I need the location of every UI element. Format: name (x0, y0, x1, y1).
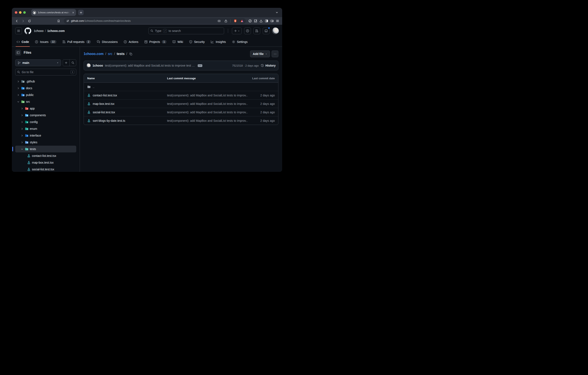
row-commit-message[interactable]: test(component): add MapBox and SocialLi… (167, 119, 248, 122)
site-settings-icon[interactable] (66, 20, 69, 22)
repo-nav-tab-pull-requests[interactable]: Pull requests 2 (59, 37, 94, 46)
branch-selector[interactable]: main (15, 59, 61, 66)
tree-item-interface[interactable]: interface (15, 132, 76, 139)
url-text[interactable]: github.com/1chooo/1chooo.com/tree/main/s… (71, 20, 215, 22)
owner-link[interactable]: 1chooo (34, 29, 43, 33)
table-row-map-box-test-tsx[interactable]: map-box.test.tsx test(component): add Ma… (84, 99, 278, 108)
tree-chevron-icon[interactable] (20, 127, 24, 130)
more-options-button[interactable] (272, 51, 278, 57)
your-issues-button[interactable] (244, 27, 251, 34)
repo-nav-tab-discussions[interactable]: Discussions (94, 37, 121, 46)
minimize-window-button[interactable] (19, 11, 21, 14)
tree-chevron-icon[interactable] (16, 80, 20, 83)
tree-item-styles[interactable]: styles (15, 139, 76, 146)
table-row-sort-blogs-by-date-test-ts[interactable]: sort-blogs-by-date.test.ts test(componen… (84, 116, 278, 125)
history-link[interactable]: History (261, 64, 276, 67)
add-file-tree-button[interactable] (63, 60, 70, 66)
reload-button[interactable] (27, 18, 32, 24)
tree-item-config[interactable]: config (15, 119, 76, 125)
tree-item-enum[interactable]: enum (15, 125, 76, 132)
close-tab-icon[interactable] (72, 11, 74, 14)
brave-shields-icon[interactable] (233, 18, 238, 23)
close-window-button[interactable] (15, 11, 17, 14)
repo-nav-tab-insights[interactable]: Insights (208, 37, 229, 46)
tree-chevron-icon[interactable] (20, 141, 24, 144)
tree-item--github[interactable]: .github (15, 78, 76, 85)
tree-chevron-icon[interactable] (20, 134, 24, 137)
row-commit-message[interactable]: test(component): add MapBox and SocialLi… (167, 94, 248, 97)
tree-chevron-icon[interactable] (16, 94, 20, 96)
tree-chevron-icon[interactable] (16, 87, 20, 90)
forward-button[interactable] (20, 18, 26, 24)
your-pull-requests-button[interactable] (253, 27, 260, 34)
inbox-button[interactable] (263, 27, 270, 34)
tree-item-docs[interactable]: docs (15, 85, 76, 91)
tree-item-src[interactable]: src (15, 98, 76, 105)
extension-check-icon[interactable] (248, 19, 252, 23)
breadcrumb-repo-link[interactable]: 1chooo.com (84, 52, 104, 56)
file-link[interactable]: sort-blogs-by-date.test.ts (93, 119, 125, 122)
repo-link[interactable]: 1chooo.com (47, 29, 65, 33)
tree-chevron-icon[interactable] (20, 121, 24, 123)
tree-item-public[interactable]: public (15, 91, 76, 98)
parent-directory-link[interactable]: .. (93, 85, 94, 88)
commit-message[interactable]: test(component): add MapBox and SocialLi… (105, 64, 196, 67)
downloads-icon[interactable] (259, 19, 263, 23)
copy-path-icon[interactable] (129, 52, 132, 55)
tree-item-map-box-test-tsx[interactable]: map-box.test.tsx (15, 159, 76, 166)
commit-message-expander[interactable] (198, 64, 202, 67)
table-row-contact-list-test-tsx[interactable]: contact-list.test.tsx test(component): a… (84, 91, 278, 99)
repo-nav-tab-settings[interactable]: Settings (229, 37, 251, 46)
tree-chevron-icon[interactable] (20, 114, 24, 117)
tree-item-tests[interactable]: tests (15, 146, 76, 152)
extensions-puzzle-icon[interactable] (254, 19, 257, 23)
url-bar[interactable]: github.com/1chooo/1chooo.com/tree/main/s… (64, 18, 246, 24)
table-row-social-list-test-tsx[interactable]: social-list.test.tsx test(component): ad… (84, 108, 278, 116)
tree-chevron-icon[interactable] (20, 107, 24, 110)
repo-nav-tab-actions[interactable]: Actions (121, 37, 141, 46)
file-link[interactable]: contact-list.test.tsx (93, 94, 117, 97)
breadcrumb-dir-link[interactable]: src (108, 52, 112, 56)
brave-rewards-icon[interactable] (240, 18, 245, 23)
global-search-input[interactable]: Type / to search (148, 27, 224, 34)
tree-item-app[interactable]: app (15, 105, 76, 112)
row-commit-message[interactable]: test(component): add MapBox and SocialLi… (167, 102, 248, 105)
github-logo-icon[interactable] (24, 27, 31, 34)
file-link[interactable]: map-box.test.tsx (93, 102, 115, 105)
global-nav-menu-button[interactable] (15, 27, 22, 34)
tree-item-components[interactable]: components (15, 112, 76, 119)
tab-search-chevron-icon[interactable] (275, 11, 278, 14)
commit-sha-and-time[interactable]: 7521518 · 2 days ago (232, 64, 259, 67)
repo-nav-tab-issues[interactable]: Issues 22 (32, 37, 59, 46)
tree-chevron-icon[interactable] (16, 100, 20, 103)
user-avatar[interactable] (272, 27, 279, 34)
commit-author-link[interactable]: 1chooo (93, 64, 103, 67)
bookmark-icon[interactable] (56, 18, 61, 24)
tree-item-social-list-test-tsx[interactable]: social-list.test.tsx (15, 166, 76, 172)
repo-nav-tab-code[interactable]: Code (13, 37, 32, 46)
browser-tab[interactable]: 1chooo.com/src/tests at main (31, 9, 76, 16)
share-icon[interactable] (223, 18, 228, 23)
commit-author-avatar[interactable] (86, 63, 91, 68)
repo-nav-tab-security[interactable]: Security (186, 37, 208, 46)
row-commit-message[interactable]: test(component): add MapBox and SocialLi… (167, 110, 248, 114)
sidebar-toggle-icon[interactable] (265, 19, 268, 23)
create-new-button[interactable] (232, 27, 242, 34)
browser-menu-icon[interactable] (276, 19, 279, 23)
file-link[interactable]: social-list.test.tsx (93, 110, 115, 114)
search-tree-button[interactable] (70, 60, 76, 66)
tree-item-contact-list-test-tsx[interactable]: contact-list.test.tsx (15, 152, 76, 159)
repo-nav-tab-projects[interactable]: Projects 1 (141, 37, 169, 46)
repo-nav-tab-wiki[interactable]: Wiki (169, 37, 186, 46)
tree-chevron-icon[interactable] (20, 148, 24, 151)
zoom-window-button[interactable] (23, 11, 26, 14)
tree-item-label: components (30, 113, 46, 117)
new-tab-button[interactable] (78, 10, 84, 15)
collapse-file-tree-button[interactable] (15, 50, 21, 55)
back-button[interactable] (14, 18, 20, 24)
send-to-device-icon[interactable] (217, 18, 221, 23)
go-to-file-input[interactable]: Go to file t (15, 69, 76, 76)
wallet-icon[interactable] (270, 19, 274, 23)
parent-directory-row[interactable]: .. (84, 82, 278, 91)
add-file-button[interactable]: Add file (250, 51, 270, 57)
